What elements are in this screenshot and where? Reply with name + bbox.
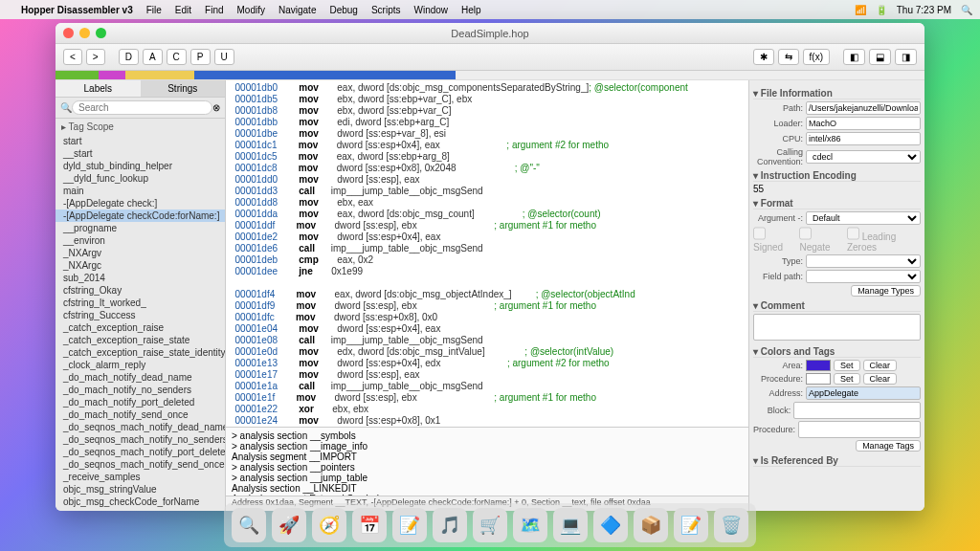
symbol-item[interactable]: dyld_stub_binding_helper bbox=[56, 160, 225, 172]
disassembly-view[interactable]: 00001db0 mov eax, dword [ds:objc_msg_com… bbox=[226, 80, 748, 427]
comment-field[interactable] bbox=[753, 314, 921, 341]
symbol-item[interactable]: _catch_exception_raise bbox=[56, 321, 225, 334]
symbol-item[interactable]: _catch_exception_raise_state bbox=[56, 334, 225, 346]
asm-line[interactable] bbox=[226, 277, 748, 289]
asm-line[interactable]: 00001dfc mov dword [ss:esp+0x8], 0x0 bbox=[226, 312, 748, 323]
tab-labels[interactable]: Labels bbox=[56, 80, 141, 97]
menu-window[interactable]: Window bbox=[413, 5, 448, 15]
addr-tag-field[interactable] bbox=[806, 386, 921, 400]
symbol-item[interactable]: objc_msg_checkCode_forName bbox=[56, 496, 225, 508]
symbol-item[interactable]: cfstring_It_worked_ bbox=[56, 297, 225, 309]
asm-line[interactable]: 00001dc8 mov dword [ss:esp+0x8], 0x2048 … bbox=[226, 163, 748, 174]
mode-c-button[interactable]: C bbox=[167, 49, 187, 65]
asm-line[interactable]: 00001e13 mov dword [ss:esp+0x4], edx ; a… bbox=[226, 358, 748, 369]
tag-scope-disclosure[interactable]: ▸ Tag Scope bbox=[56, 119, 225, 135]
minimap[interactable] bbox=[56, 71, 924, 80]
calling-select[interactable]: cdecl bbox=[806, 150, 921, 164]
dock-icon[interactable]: 📦 bbox=[634, 508, 668, 542]
toolbar-icon-3[interactable]: f(x) bbox=[803, 49, 830, 65]
clock[interactable]: Thu 7:23 PM bbox=[897, 5, 951, 15]
asm-line[interactable]: 00001e24 mov dword [ss:esp+0x8], 0x1 bbox=[226, 415, 748, 427]
symbol-item[interactable]: objc_msg_stringValue bbox=[56, 483, 225, 496]
cpu-field[interactable] bbox=[806, 132, 921, 145]
asm-line[interactable]: 00001dc1 mov dword [ss:esp+0x4], eax ; a… bbox=[226, 140, 748, 151]
nav-back-button[interactable]: < bbox=[63, 49, 82, 65]
dock-icon[interactable]: 🎵 bbox=[433, 508, 467, 542]
battery-icon[interactable]: 🔋 bbox=[876, 5, 887, 15]
menu-navigate[interactable]: Navigate bbox=[278, 5, 316, 15]
menu-file[interactable]: File bbox=[146, 5, 162, 15]
area-color[interactable] bbox=[806, 360, 831, 371]
clear-icon[interactable]: ⊗ bbox=[212, 102, 220, 113]
menu-help[interactable]: Help bbox=[461, 5, 481, 15]
mode-p-button[interactable]: P bbox=[190, 49, 211, 65]
symbol-item[interactable]: _do_seqnos_mach_notify_no_senders bbox=[56, 433, 225, 446]
asm-line[interactable]: 00001e1a call imp___jump_table__objc_msg… bbox=[226, 381, 748, 392]
dock-icon[interactable]: 🗺️ bbox=[513, 508, 547, 542]
symbol-item[interactable]: _do_seqnos_mach_notify_dead_name bbox=[56, 421, 225, 433]
mode-d-button[interactable]: D bbox=[119, 49, 139, 65]
asm-line[interactable]: 00001dd8 mov ebx, eax bbox=[226, 197, 748, 209]
wifi-icon[interactable]: 📶 bbox=[855, 5, 866, 15]
manage-tags-button[interactable]: Manage Tags bbox=[856, 440, 921, 452]
dock-icon[interactable]: 🛒 bbox=[473, 508, 507, 542]
dock-icon[interactable]: 📝 bbox=[674, 508, 708, 542]
symbol-item[interactable]: _do_seqnos_mach_notify_send_once bbox=[56, 458, 225, 471]
asm-line[interactable]: 00001e22 xor ebx, ebx bbox=[226, 404, 748, 415]
symbol-item[interactable]: __dyld_func_lookup bbox=[56, 172, 225, 185]
symbol-item[interactable]: _receive_samples bbox=[56, 471, 225, 483]
loader-field[interactable] bbox=[806, 117, 921, 130]
dock-icon[interactable]: 🔷 bbox=[593, 508, 628, 542]
asm-line[interactable]: 00001e1f mov dword [ss:esp], ebx ; argum… bbox=[226, 392, 748, 404]
menu-modify[interactable]: Modify bbox=[237, 5, 265, 15]
asm-line[interactable]: 00001e0d mov edx, dword [ds:objc_msg_int… bbox=[226, 346, 748, 358]
asm-line[interactable]: 00001df9 mov dword [ss:esp], ebx ; argum… bbox=[226, 300, 748, 312]
symbol-item[interactable]: _do_mach_notify_no_senders bbox=[56, 384, 225, 396]
symbol-item[interactable]: _do_mach_notify_port_deleted bbox=[56, 396, 225, 408]
symbol-item[interactable]: cfstring_Okay bbox=[56, 284, 225, 297]
tab-strings[interactable]: Strings bbox=[141, 80, 226, 97]
argument-select[interactable]: Default bbox=[806, 211, 921, 225]
symbol-item[interactable]: main bbox=[56, 185, 225, 197]
panel-bottom-button[interactable]: ⬓ bbox=[869, 49, 891, 65]
menu-find[interactable]: Find bbox=[205, 5, 223, 15]
toolbar-icon-1[interactable]: ✱ bbox=[753, 49, 774, 65]
symbol-item[interactable]: cfstring_Success bbox=[56, 309, 225, 321]
dock-icon[interactable]: 🔍 bbox=[232, 508, 266, 542]
asm-line[interactable]: 00001de6 call imp___jump_table__objc_msg… bbox=[226, 243, 748, 254]
symbol-item[interactable]: sub_2014 bbox=[56, 272, 225, 284]
symbol-item[interactable]: _do_mach_notify_dead_name bbox=[56, 371, 225, 384]
panel-left-button[interactable]: ◧ bbox=[843, 49, 865, 65]
block-field[interactable] bbox=[793, 402, 921, 419]
asm-line[interactable]: 00001dda mov eax, dword [ds:objc_msg_cou… bbox=[226, 209, 748, 220]
menu-debug[interactable]: Debug bbox=[329, 5, 357, 15]
mode-u-button[interactable]: U bbox=[214, 49, 234, 65]
asm-line[interactable]: 00001df4 mov eax, dword [ds:objc_msg_obj… bbox=[226, 289, 748, 300]
path-field[interactable] bbox=[806, 101, 921, 115]
asm-line[interactable]: 00001db0 mov eax, dword [ds:objc_msg_com… bbox=[226, 82, 748, 94]
symbol-item[interactable]: _do_seqnos_mach_notify_port_deleted bbox=[56, 446, 225, 458]
proc-color[interactable] bbox=[806, 373, 831, 385]
menu-scripts[interactable]: Scripts bbox=[371, 5, 401, 15]
asm-line[interactable]: 00001db5 mov ebx, dword [ss:ebp+var_C], … bbox=[226, 94, 748, 105]
asm-line[interactable]: 00001dd0 mov dword [ss:esp], eax bbox=[226, 174, 748, 186]
nav-fwd-button[interactable]: > bbox=[86, 49, 105, 65]
symbol-item[interactable]: -[AppDelegate check:] bbox=[56, 197, 225, 209]
symbol-item[interactable]: __progname bbox=[56, 222, 225, 234]
fieldpath-select[interactable] bbox=[806, 270, 921, 283]
menu-edit[interactable]: Edit bbox=[175, 5, 191, 15]
symbol-item[interactable]: _do_mach_notify_send_once bbox=[56, 408, 225, 421]
spotlight-icon[interactable]: 🔍 bbox=[961, 5, 972, 15]
proc-tag-field[interactable] bbox=[798, 421, 921, 438]
asm-line[interactable]: 00001dee jne 0x1e99 bbox=[226, 266, 748, 277]
asm-line[interactable]: 00001dbb mov edi, dword [ss:ebp+arg_C] bbox=[226, 117, 748, 128]
dock-icon[interactable]: 🧭 bbox=[312, 508, 346, 542]
area-clear-button[interactable]: Clear bbox=[863, 360, 898, 371]
symbol-item[interactable]: _NXArgc bbox=[56, 259, 225, 272]
symbol-item[interactable]: start bbox=[56, 135, 225, 147]
manage-types-button[interactable]: Manage Types bbox=[851, 285, 921, 297]
asm-line[interactable]: 00001e04 mov dword [ss:esp+0x4], eax bbox=[226, 323, 748, 335]
mode-a-button[interactable]: A bbox=[143, 49, 163, 65]
dock-icon[interactable]: 💻 bbox=[553, 508, 588, 542]
type-select[interactable] bbox=[806, 254, 921, 268]
